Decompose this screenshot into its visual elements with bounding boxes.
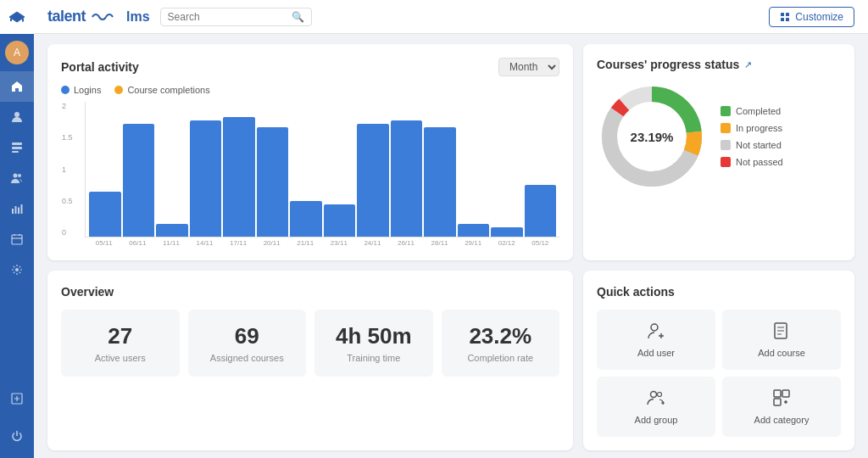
avatar[interactable]: A <box>5 41 29 64</box>
svg-rect-8 <box>18 208 19 215</box>
x-label: 02/12 <box>491 239 523 247</box>
add-group-button[interactable]: Add group <box>597 377 715 437</box>
overview-training-time: 4h 50m Training time <box>314 310 433 377</box>
svg-rect-10 <box>12 235 22 244</box>
bar-group <box>290 105 322 237</box>
not-passed-color <box>721 157 731 167</box>
bar-chart: 21.510.50 <box>85 102 559 237</box>
sidebar-item-calendar[interactable] <box>0 224 34 254</box>
x-label: 28/11 <box>424 239 456 247</box>
actions-grid: Add user Add course Add group <box>597 310 841 437</box>
bar-group <box>324 105 356 237</box>
sidebar-item-courses[interactable] <box>0 132 34 163</box>
donut-chart-wrapper: 23.19% <box>597 81 707 192</box>
login-bar <box>324 204 356 237</box>
portal-activity-header: Portal activity Month <box>61 58 559 76</box>
portal-activity-title: Portal activity <box>61 60 139 74</box>
add-course-icon <box>772 321 791 344</box>
not-started-color <box>721 140 731 150</box>
login-bar <box>190 120 222 237</box>
x-label: 26/11 <box>390 239 422 247</box>
x-axis-labels: 05/1106/1111/1114/1117/1120/1121/1123/11… <box>85 237 559 247</box>
bar-group <box>525 105 557 237</box>
sidebar-item-power[interactable] <box>0 421 34 451</box>
login-bar <box>458 224 490 237</box>
search-icon: 🔍 <box>292 11 304 23</box>
add-course-button[interactable]: Add course <box>722 310 841 370</box>
chart-legend: Logins Course completions <box>61 85 559 95</box>
donut-center-value: 23.19% <box>631 130 674 144</box>
assigned-courses-value: 69 <box>198 323 297 349</box>
main-content: talent lms 🔍 Customize Portal activity M… <box>34 0 868 458</box>
svg-rect-15 <box>781 18 784 21</box>
svg-rect-13 <box>781 13 784 16</box>
svg-point-22 <box>651 324 658 331</box>
search-input[interactable] <box>168 11 287 23</box>
completion-rate-label: Completion rate <box>452 353 550 363</box>
in-progress-color <box>721 123 731 133</box>
svg-rect-27 <box>782 390 789 397</box>
customize-button[interactable]: Customize <box>769 7 854 27</box>
sidebar-item-admin[interactable] <box>0 383 34 414</box>
overview-assigned-courses: 69 Assigned courses <box>188 310 307 377</box>
sidebar-item-settings[interactable] <box>0 254 34 285</box>
login-bar <box>525 185 557 237</box>
x-label: 20/11 <box>256 239 288 247</box>
x-label: 29/11 <box>457 239 489 247</box>
login-bar <box>290 201 322 237</box>
courses-progress-header: Courses' progress status ↗ <box>597 58 841 71</box>
customize-icon <box>780 12 790 22</box>
overview-title: Overview <box>61 285 114 299</box>
svg-rect-3 <box>12 151 19 153</box>
overview-card: Overview 27 Active users 69 Assigned cou… <box>47 271 573 450</box>
legend-not-passed: Not passed <box>721 157 783 167</box>
x-label: 24/11 <box>357 239 389 247</box>
bar-group <box>257 105 289 237</box>
x-label: 06/11 <box>122 239 154 247</box>
login-bar <box>491 227 523 237</box>
svg-rect-6 <box>12 209 14 214</box>
svg-point-24 <box>651 392 657 398</box>
bar-group <box>156 105 188 237</box>
courses-progress-card: Courses' progress status ↗ <box>583 44 854 260</box>
external-link-icon[interactable]: ↗ <box>744 59 752 70</box>
sidebar-item-reports[interactable] <box>0 193 34 224</box>
y-axis-labels: 21.510.50 <box>62 102 73 237</box>
add-user-icon <box>647 321 665 344</box>
login-bar <box>156 224 188 237</box>
portal-activity-card: Portal activity Month Logins Course comp… <box>47 44 573 260</box>
bar-group <box>391 105 423 237</box>
x-label: 05/12 <box>525 239 557 247</box>
search-bar[interactable]: 🔍 <box>160 8 312 26</box>
bar-group <box>123 105 155 237</box>
overview-grid: 27 Active users 69 Assigned courses 4h 5… <box>61 310 559 377</box>
add-category-button[interactable]: Add category <box>722 377 841 437</box>
logo-icon <box>0 0 34 34</box>
period-select[interactable]: Month <box>498 58 559 76</box>
x-label: 14/11 <box>189 239 221 247</box>
svg-rect-26 <box>774 390 781 397</box>
login-bar <box>424 127 456 237</box>
sidebar-item-groups[interactable] <box>0 163 34 193</box>
lms-text: lms <box>126 9 150 25</box>
add-category-label: Add category <box>754 415 810 425</box>
add-user-button[interactable]: Add user <box>597 310 715 370</box>
training-time-label: Training time <box>325 353 423 363</box>
sidebar-item-home[interactable] <box>0 71 34 102</box>
sidebar-item-users[interactable] <box>0 102 34 132</box>
login-bar <box>357 124 389 237</box>
login-bar <box>257 127 289 237</box>
svg-rect-16 <box>786 18 789 21</box>
svg-rect-14 <box>786 13 789 16</box>
svg-rect-9 <box>21 204 23 214</box>
svg-rect-28 <box>774 399 781 405</box>
x-label: 21/11 <box>289 239 321 247</box>
bar-group <box>424 105 456 237</box>
x-label: 23/11 <box>323 239 355 247</box>
donut-container: 23.19% Completed In progress Not started <box>597 81 841 192</box>
active-users-label: Active users <box>71 353 170 363</box>
sidebar: A <box>0 0 34 458</box>
assigned-courses-label: Assigned courses <box>198 353 297 363</box>
svg-point-25 <box>658 393 662 397</box>
logo-area: talent lms <box>47 8 150 25</box>
